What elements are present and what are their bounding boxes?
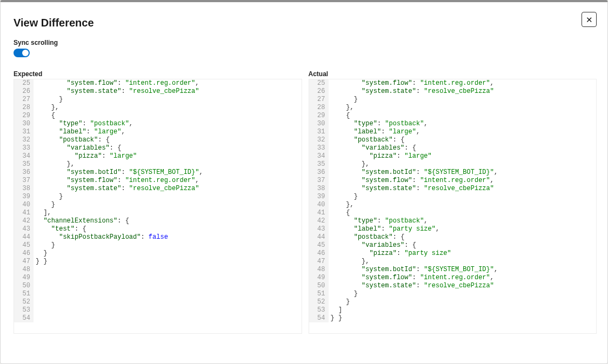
code-line: 38 "system.state": "resolve_cbePizza" — [14, 185, 302, 193]
line-code: "channelExtensions": { — [34, 217, 302, 225]
line-code — [34, 282, 302, 290]
line-code: "system.flow": "intent.reg.order", — [329, 274, 597, 282]
line-code: "label": "large", — [34, 128, 302, 136]
line-number: 48 — [14, 266, 34, 274]
expected-pane: Expected 25 "system.flow": "intent.reg.o… — [14, 70, 302, 334]
code-line: 29 { — [309, 112, 597, 120]
expected-code-editor[interactable]: 25 "system.flow": "intent.reg.order",26 … — [14, 79, 302, 334]
line-code — [34, 306, 302, 314]
line-number: 49 — [14, 274, 34, 282]
line-code: "variables": { — [34, 144, 302, 152]
line-number: 37 — [309, 177, 329, 185]
actual-header: Actual — [309, 70, 597, 78]
line-number: 31 — [14, 128, 34, 136]
line-number: 43 — [309, 225, 329, 233]
line-number: 50 — [309, 282, 329, 290]
code-line: 34 "pizza": "large" — [309, 152, 597, 160]
line-number: 33 — [309, 144, 329, 152]
code-line: 53 — [14, 306, 302, 314]
line-code: } — [34, 201, 302, 209]
line-number: 47 — [309, 258, 329, 266]
line-number: 32 — [14, 136, 34, 144]
code-line: 47 }, — [309, 258, 597, 266]
code-line: 40 } — [14, 201, 302, 209]
line-number: 40 — [309, 201, 329, 209]
line-number: 40 — [14, 201, 34, 209]
code-line: 42 "type": "postback", — [309, 217, 597, 225]
code-line: 28 }, — [14, 104, 302, 112]
line-code: "postback": { — [34, 136, 302, 144]
code-line: 32 "postback": { — [14, 136, 302, 144]
code-line: 39 } — [14, 193, 302, 201]
line-number: 39 — [309, 193, 329, 201]
line-code: "system.state": "resolve_cbePizza" — [329, 282, 597, 290]
line-number: 31 — [309, 128, 329, 136]
code-line: 51 } — [309, 290, 597, 298]
line-code: "system.flow": "intent.reg.order", — [34, 177, 302, 185]
line-number: 44 — [14, 233, 34, 241]
code-line: 45 "variables": { — [309, 241, 597, 250]
line-code: "label": "large", — [329, 128, 597, 136]
line-number: 34 — [14, 152, 34, 160]
line-code: "system.state": "resolve_cbePizza" — [329, 87, 597, 96]
actual-code-editor[interactable]: 25 "system.flow": "intent.reg.order",26 … — [309, 79, 597, 334]
line-number: 29 — [14, 112, 34, 120]
line-number: 26 — [14, 87, 34, 96]
line-code — [34, 266, 302, 274]
line-number: 51 — [14, 290, 34, 298]
line-number: 43 — [14, 225, 34, 233]
line-code: ] — [329, 306, 597, 314]
code-line: 48 "system.botId": "${SYSTEM_BOT_ID}", — [309, 266, 597, 274]
sync-scrolling-toggle[interactable] — [14, 49, 30, 57]
line-code: "postback": { — [329, 233, 597, 241]
diff-panes: Expected 25 "system.flow": "intent.reg.o… — [1, 62, 607, 338]
line-number: 54 — [14, 314, 34, 322]
toggle-knob — [22, 50, 29, 56]
code-line: 25 "system.flow": "intent.reg.order", — [309, 79, 597, 87]
code-line: 54 — [14, 314, 302, 322]
code-line: 36 "system.botId": "${SYSTEM_BOT_ID}", — [309, 168, 597, 177]
code-line: 26 "system.state": "resolve_cbePizza" — [309, 87, 597, 96]
line-number: 42 — [14, 217, 34, 225]
line-code: } — [329, 96, 597, 104]
line-number: 35 — [309, 160, 329, 168]
close-icon: ✕ — [586, 16, 593, 24]
line-code: } — [34, 96, 302, 104]
code-line: 31 "label": "large", — [309, 128, 597, 136]
code-line: 48 — [14, 266, 302, 274]
line-code: { — [329, 112, 597, 120]
line-number: 26 — [309, 87, 329, 96]
sync-scrolling-label: Sync scrolling — [14, 39, 594, 46]
line-code: }, — [329, 160, 597, 168]
line-code: } — [34, 193, 302, 201]
line-code: "system.state": "resolve_cbePizza" — [34, 185, 302, 193]
line-code: "skipPostbackPayload": false — [34, 233, 302, 241]
line-code: "pizza": "large" — [329, 152, 597, 160]
line-number: 46 — [309, 250, 329, 258]
line-number: 25 — [14, 79, 34, 87]
line-code: "pizza": "party size" — [329, 250, 597, 258]
line-code: ], — [34, 209, 302, 217]
code-line: 35 }, — [309, 160, 597, 168]
line-number: 44 — [309, 233, 329, 241]
line-code: } } — [329, 314, 597, 322]
line-number: 38 — [14, 185, 34, 193]
code-line: 36 "system.botId": "${SYSTEM_BOT_ID}", — [14, 168, 302, 177]
close-button[interactable]: ✕ — [582, 12, 597, 27]
expected-header: Expected — [14, 70, 302, 78]
code-line: 52 } — [309, 298, 597, 306]
line-number: 47 — [14, 258, 34, 266]
code-line: 39 } — [309, 193, 597, 201]
line-number: 53 — [309, 306, 329, 314]
line-code: }, — [329, 104, 597, 112]
line-code — [34, 290, 302, 298]
code-line: 53 ] — [309, 306, 597, 314]
line-number: 27 — [14, 96, 34, 104]
line-code: "type": "postback", — [34, 120, 302, 128]
line-code: } — [329, 298, 597, 306]
line-code: } — [34, 241, 302, 250]
line-number: 30 — [14, 120, 34, 128]
code-line: 30 "type": "postback", — [14, 120, 302, 128]
line-code: "system.state": "resolve_cbePizza" — [34, 87, 302, 96]
line-number: 52 — [309, 298, 329, 306]
